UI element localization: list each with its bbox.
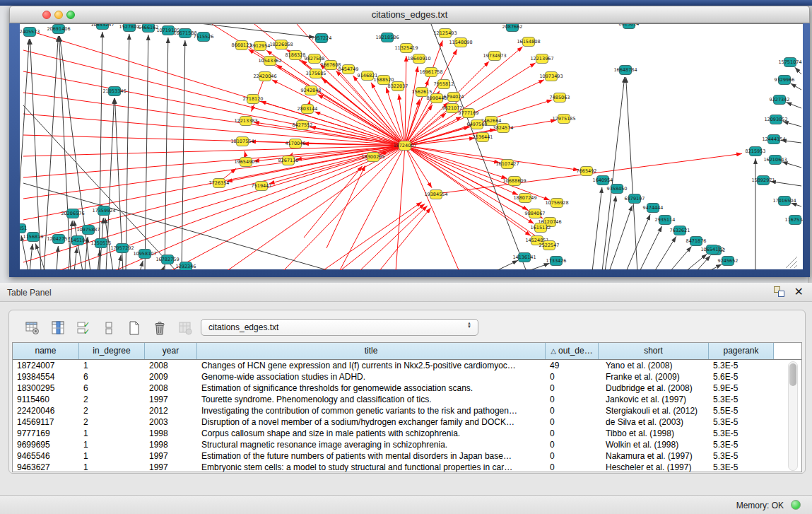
scrollbar-thumb[interactable] (789, 363, 796, 386)
graph-node-label: 8912954 (250, 43, 271, 49)
graph-node-label: 1250515 (91, 240, 112, 246)
select-rows-icon[interactable]: ✓✓ (74, 319, 93, 337)
table-cell: 0 (546, 382, 599, 394)
table-cell: 14569117 (13, 416, 79, 428)
table-cell: 2003 (145, 416, 197, 428)
graph-node-label: 2522547 (539, 243, 560, 248)
graph-node-label: 2405573 (20, 29, 40, 35)
network-canvas[interactable]: 8660123891295418226058818632898275081054… (20, 23, 803, 269)
table-row[interactable]: 2242004622012Investigating the contribut… (13, 405, 801, 416)
table-selector-dropdown[interactable]: citations_edges.txt ▲▼ (201, 319, 478, 336)
column-header-0[interactable]: name (13, 343, 79, 359)
dropdown-spinner-icon: ▲▼ (467, 322, 471, 329)
table-cell: Changes of HCN gene expression and I(f) … (197, 360, 546, 371)
graph-node-label: 18300295 (361, 154, 384, 160)
table-body[interactable]: 1872400712008Changes of HCN gene express… (13, 360, 801, 472)
table-cell: 1 (79, 462, 145, 472)
column-header-1[interactable]: in_degree (79, 343, 145, 359)
graph-node-label: 9884067 (525, 211, 546, 216)
table-cell: Genome-wide association studies in ADHD. (197, 371, 546, 382)
table-cell: Estimation of significance thresholds fo… (197, 382, 546, 394)
table-header-row[interactable]: namein_degreeyeartitle△out_de…shortpager… (13, 343, 801, 360)
graph-node-label: 1562615 (412, 89, 433, 95)
table-toolbar: ✓✓ f(x) (23, 317, 220, 339)
table-panel-header: Table Panel ✕ (0, 283, 812, 302)
table-cell: 1998 (145, 428, 197, 439)
svg-text:✓: ✓ (83, 327, 90, 336)
table-cell: 1 (79, 450, 145, 462)
graph-node-label: 1615132 (531, 225, 551, 230)
table-settings-icon[interactable] (23, 319, 42, 337)
graph-node-label: 7955812 (434, 81, 454, 87)
vertical-scrollbar[interactable] (788, 361, 798, 471)
graph-node-label: 8427552 (293, 122, 313, 128)
table-cell: 9777169 (13, 428, 79, 439)
graph-node-label: 9227342 (770, 97, 790, 103)
graph-node-label: 8660123 (232, 42, 252, 48)
graph-node-label: 7519447 (252, 183, 272, 189)
table-cell: 1997 (145, 462, 197, 472)
table-cell: 5.3E-5 (709, 439, 774, 450)
table-cell: 19384554 (13, 371, 79, 382)
graph-node-label: 6497568 (467, 122, 488, 127)
graph-node-label: 1292346 (176, 264, 196, 269)
graph-node-label: 2536441 (473, 134, 493, 140)
table-cell: Franke et al. (2009) (599, 371, 709, 382)
table-row[interactable]: 946554611997Estimation of the future num… (13, 450, 801, 462)
graph-node-label: 14136141 (512, 255, 536, 260)
node-table[interactable]: namein_degreeyeartitle△out_de…shortpager… (12, 342, 802, 472)
table-cell: 9115460 (13, 394, 79, 405)
new-table-icon[interactable] (125, 319, 143, 337)
table-row[interactable]: 977716911998Corpus callosum shape and si… (13, 428, 801, 439)
column-header-3[interactable]: title (197, 343, 546, 359)
float-window-icon[interactable] (774, 286, 784, 297)
table-cell: Corpus callosum shape and size in male p… (197, 428, 546, 439)
graph-node-label: 17957292 (110, 245, 134, 251)
graph-node-label: 10543362 (258, 58, 281, 64)
table-row[interactable]: 1872400712008Changes of HCN gene express… (13, 360, 801, 371)
merge-cells-icon[interactable] (100, 319, 118, 337)
table-cell: Jankovic et al. (1997) (599, 394, 709, 405)
table-row[interactable]: 1938455462009Genome-wide association stu… (13, 371, 801, 382)
graph-node-label: 8186328 (286, 52, 306, 58)
graph-node-label: 16782759 (155, 257, 179, 262)
graph-node-label: 7957224 (312, 35, 332, 41)
graph-node-label: 15751074 (778, 59, 801, 65)
table-row[interactable]: 969969511998Structural magnetic resonanc… (13, 439, 801, 450)
graph-node-label: 17359924 (92, 208, 115, 214)
column-header-5[interactable]: short (599, 343, 709, 359)
table-row[interactable]: 1830029562008Estimation of significance … (13, 382, 801, 394)
sort-ascending-icon: △ (551, 347, 556, 355)
table-cell: Nakamura et al. (1997) (599, 450, 709, 462)
window-title: citations_edges.txt (10, 9, 809, 20)
close-icon[interactable]: ✕ (794, 286, 804, 297)
window-titlebar[interactable]: citations_edges.txt (9, 6, 810, 23)
table-row[interactable]: 946362711997Embryonic stem cells: a mode… (13, 462, 801, 472)
table-panel: Table Panel ✕ ✓✓ (0, 283, 812, 514)
graph-node-label: 6879197 (625, 196, 645, 201)
graph-node-label: 2935114 (655, 217, 676, 223)
show-columns-icon[interactable] (49, 319, 67, 337)
table-row[interactable]: 1456911722003Disruption of a novel membe… (13, 416, 801, 428)
column-header-2[interactable]: year (145, 343, 197, 359)
table-selector-value: citations_edges.txt (208, 322, 278, 332)
delete-table-icon[interactable] (151, 319, 169, 337)
table-row[interactable]: 911546021997Tourette syndrome. Phenomeno… (13, 394, 801, 405)
graph-node-label: 6794024 (444, 94, 464, 100)
graph-node-label: 2718120 (243, 96, 264, 102)
column-header-4[interactable]: △out_de… (546, 343, 599, 359)
graph-node-label: 10958107 (133, 251, 156, 257)
table-cell: 5.3E-5 (709, 394, 774, 405)
column-header-6[interactable]: pagerank (709, 343, 774, 359)
table-cell: Disruption of a novel member of a sodium… (197, 416, 546, 428)
delete-column-icon[interactable] (176, 319, 194, 337)
graph-node-label: 16154808 (517, 39, 540, 45)
graph-node-label: 7665492 (577, 168, 597, 174)
memory-status-label: Memory: OK (736, 501, 784, 510)
table-cell: 0 (546, 428, 599, 439)
graph-node-label: 22420046 (253, 74, 276, 79)
table-cell: Estimation of the future numbers of pati… (197, 450, 546, 462)
graph-node-label: 9827508 (305, 56, 325, 62)
table-cell: 2008 (145, 382, 197, 394)
network-graph[interactable]: 8660123891295418226058818632898275081054… (20, 24, 803, 270)
